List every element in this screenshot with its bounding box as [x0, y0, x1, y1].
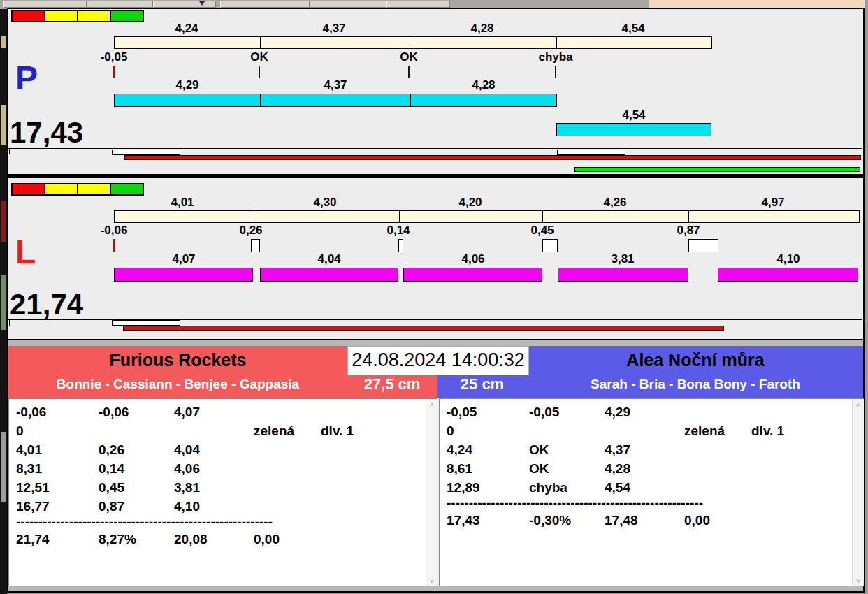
toolbar-segment[interactable] — [310, 1, 386, 8]
result-total-cell: -0,30% — [529, 511, 605, 530]
result-cell: 0,45 — [99, 478, 174, 497]
window-bottom-strip — [8, 586, 863, 591]
scroll-down-icon[interactable]: ˅ — [426, 575, 437, 586]
result-row: 8,61OK4,28 — [447, 459, 852, 478]
change-marker-label: -0,06 — [72, 225, 156, 236]
result-cell — [254, 403, 321, 421]
lane-panel-l: L21,744,014,304,204,264,97-0,060,260,140… — [8, 178, 863, 339]
scroll-up-icon[interactable]: ˄ — [853, 399, 864, 410]
dog-time-label: 3,81 — [581, 254, 665, 264]
change-marker-label: OK — [217, 52, 301, 62]
result-row: 16,770,874,10 — [16, 497, 426, 516]
team-split-bar — [114, 36, 712, 49]
result-cell: -0,06 — [16, 403, 99, 421]
team-split-label: 4,01 — [140, 197, 224, 208]
scrollbar[interactable]: ˄ ˅ — [426, 399, 437, 586]
change-marker-start — [113, 66, 115, 78]
result-row: 0zelenádiv. 1 — [447, 421, 852, 440]
dog-time-label: 4,28 — [442, 80, 526, 90]
result-cell: -0,06 — [99, 403, 174, 421]
result-total-cell: 17,48 — [605, 511, 684, 530]
result-total-row: 21,748,27%20,080,00 — [16, 530, 426, 549]
team-split-segment — [688, 211, 859, 222]
dog-time-label: 4,37 — [294, 80, 377, 90]
team-split-segment — [399, 211, 543, 222]
result-cell: 0,87 — [99, 497, 174, 516]
change-marker-label: chyba — [514, 52, 598, 62]
dog-time-bar — [260, 268, 398, 282]
toolbar-segment[interactable] — [87, 1, 153, 8]
result-total-cell: 21,74 — [16, 530, 99, 549]
result-total-cell: 0,00 — [254, 530, 321, 549]
change-marker-label: 0,87 — [646, 225, 730, 236]
result-cell: 4,37 — [605, 440, 684, 459]
result-cell: div. 1 — [321, 421, 426, 440]
result-cell: -0,05 — [447, 403, 529, 421]
datetime-display: 24.08.2024 14:00:32 — [347, 346, 529, 375]
result-cell: 0,26 — [99, 440, 174, 459]
dog-time-label: 4,04 — [287, 254, 371, 264]
result-cell — [684, 403, 751, 421]
scroll-down-icon[interactable]: ˅ — [853, 575, 864, 586]
result-total-row: 17,43-0,30%17,480,00 — [447, 511, 852, 530]
scrollbar[interactable]: ˄ ˅ — [852, 399, 864, 586]
team-split-label: 4,54 — [591, 23, 675, 34]
background-fragment — [1, 105, 6, 145]
status-light — [11, 10, 45, 22]
change-marker-gap — [398, 239, 403, 252]
result-row: 4,010,264,04 — [16, 440, 426, 459]
result-cell: -0,05 — [529, 403, 605, 421]
toolbar-segment[interactable] — [153, 1, 216, 8]
status-light — [110, 10, 144, 22]
scroll-up-icon[interactable]: ˄ — [426, 399, 437, 410]
result-cell: 12,89 — [447, 478, 529, 497]
dog-time-bar — [556, 123, 711, 136]
team-split-label: 4,26 — [573, 197, 657, 208]
dog-time-label: 4,29 — [145, 80, 229, 90]
result-cell — [321, 497, 426, 516]
team-split-segment — [252, 211, 399, 222]
result-cell: 4,01 — [16, 440, 99, 459]
team-split-bar — [114, 210, 860, 223]
result-cell: 4,04 — [174, 440, 254, 459]
result-cell — [684, 440, 751, 459]
team-split-label: 4,37 — [292, 23, 376, 34]
result-cell — [321, 459, 426, 478]
result-rows-left: -0,06-0,064,070zelenádiv. 14,010,264,048… — [9, 403, 426, 586]
result-separator: ----------------------------------------… — [447, 497, 852, 511]
toolbar-segment[interactable] — [220, 1, 310, 8]
toolbar-segment[interactable] — [386, 1, 450, 8]
progress-bar-white — [557, 150, 625, 155]
status-light — [110, 183, 144, 196]
toolbar-segment[interactable] — [3, 1, 87, 8]
change-marker-gap — [251, 239, 260, 252]
result-row: 0zelenádiv. 1 — [16, 421, 426, 440]
dog-time-bar — [718, 268, 858, 282]
status-light — [77, 10, 111, 22]
dropdown-arrow-icon[interactable] — [199, 1, 205, 6]
team-split-label: 4,97 — [731, 197, 815, 208]
result-cell: chyba — [529, 478, 605, 497]
status-lights — [11, 183, 144, 196]
result-row: 12,89chyba4,54 — [447, 478, 852, 497]
result-cell — [321, 403, 426, 421]
progress-bar-red — [124, 155, 861, 160]
result-cell — [99, 421, 174, 440]
result-cell: 4,06 — [174, 459, 254, 478]
lane-total-time: 21,74 — [10, 290, 83, 319]
change-marker-gap — [542, 239, 558, 252]
timeline-origin-tick — [9, 148, 10, 154]
dog-time-label: 4,10 — [746, 254, 830, 264]
team-height-right: 25 cm — [437, 375, 528, 393]
result-cell: 8,31 — [16, 459, 99, 478]
timeline-baseline — [8, 148, 862, 149]
change-marker-gap — [688, 239, 718, 252]
dog-time-bar — [114, 94, 261, 107]
lane-panel-p: P17,434,244,374,284,54-0,05OKOKchyba4,29… — [8, 10, 863, 174]
dog-time-label: 4,07 — [142, 254, 226, 264]
status-light — [11, 183, 45, 196]
section-separator — [8, 340, 863, 346]
result-total-cell: 0,00 — [684, 511, 751, 530]
timeline-origin-tick — [9, 319, 10, 326]
dog-time-bar — [558, 268, 688, 282]
